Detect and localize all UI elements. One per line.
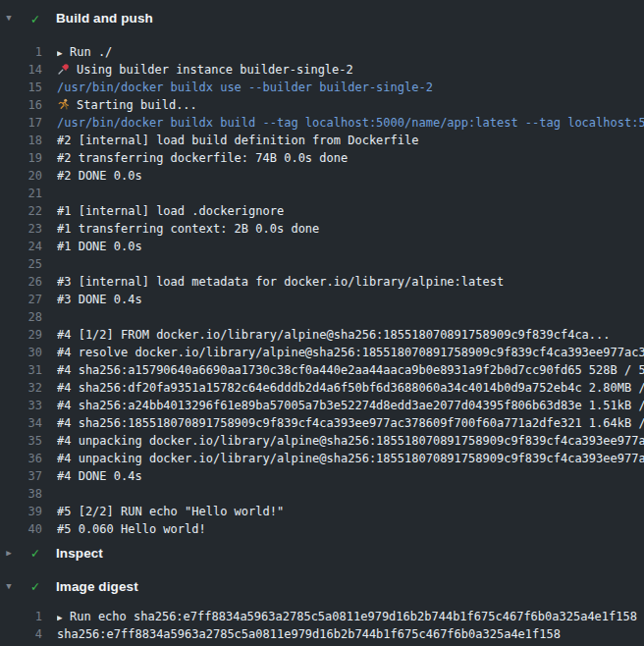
- log-line-text: #4 unpacking docker.io/library/alpine@sh…: [57, 450, 644, 467]
- section-header-inspect[interactable]: ▶ ✓ Inspect: [0, 538, 644, 567]
- log-line: 34#4 sha256:185518070891758909c9f839cf4c…: [0, 414, 644, 432]
- log-line-number[interactable]: 24: [0, 238, 42, 255]
- log-line-number[interactable]: 14: [0, 61, 42, 79]
- log-line-number[interactable]: 35: [0, 432, 42, 450]
- log-line-text: /usr/bin/docker buildx build --tag local…: [57, 114, 644, 132]
- log-line-text: #5 [2/2] RUN echo "Hello world!": [57, 503, 644, 520]
- section-title: Build and push: [56, 11, 153, 26]
- log-line-number[interactable]: 29: [0, 326, 42, 344]
- log-line: 1▶Run echo sha256:e7ff8834a5963a2785c5a0…: [0, 608, 644, 625]
- log-line-text: #4 sha256:a15790640a6690aa1730c38cf0a440…: [57, 361, 644, 379]
- workflow-log-viewer: ▼ ✓ Build and push 1▶Run ./14Using build…: [0, 0, 644, 646]
- log-line: 17/usr/bin/docker buildx build --tag loc…: [0, 114, 644, 132]
- log-section-image-digest: ▼ ✓ Image digest 1▶Run echo sha256:e7ff8…: [0, 567, 644, 643]
- log-line-text: #2 [internal] load build definition from…: [57, 132, 644, 149]
- log-line-number[interactable]: 34: [0, 414, 42, 432]
- log-line: 35#4 unpacking docker.io/library/alpine@…: [0, 432, 644, 450]
- log-line: 37#4 DONE 0.4s: [0, 467, 644, 485]
- log-line-number[interactable]: 33: [0, 397, 42, 414]
- log-line-text: #5 0.060 Hello world!: [57, 520, 644, 538]
- log-line-number[interactable]: 1: [0, 608, 42, 625]
- log-line-text: #4 sha256:185518070891758909c9f839cf4ca3…: [57, 414, 644, 432]
- section-header-build-and-push[interactable]: ▼ ✓ Build and push: [0, 0, 644, 36]
- runner-icon: [57, 98, 77, 111]
- log-line-number[interactable]: 1: [0, 43, 42, 61]
- group-expander-icon[interactable]: ▶: [57, 609, 70, 625]
- log-line-text: Using builder instance builder-single-2: [57, 61, 644, 79]
- section-header-image-digest[interactable]: ▼ ✓ Image digest: [0, 567, 644, 605]
- log-line-number[interactable]: 37: [0, 467, 42, 485]
- log-line-text: #3 DONE 0.4s: [57, 291, 644, 308]
- log-line-number[interactable]: 17: [0, 114, 42, 132]
- log-line-number[interactable]: 38: [0, 485, 42, 503]
- log-line-number[interactable]: 25: [0, 255, 42, 273]
- log-line-number[interactable]: 26: [0, 273, 42, 291]
- log-line-number[interactable]: 18: [0, 132, 42, 149]
- log-line-number[interactable]: 4: [0, 625, 42, 643]
- log-line-number[interactable]: 19: [0, 149, 42, 167]
- log-line-text: sha256:e7ff8834a5963a2785c5a0811e979d16b…: [57, 625, 644, 643]
- chevron-right-icon[interactable]: ▶: [2, 549, 16, 558]
- log-line: 39#5 [2/2] RUN echo "Hello world!": [0, 503, 644, 520]
- success-check-icon: ✓: [27, 546, 43, 560]
- log-line: 25: [0, 255, 644, 273]
- section-title: Image digest: [56, 579, 138, 594]
- log-line: 36#4 unpacking docker.io/library/alpine@…: [0, 450, 644, 467]
- log-line: 31#4 sha256:a15790640a6690aa1730c38cf0a4…: [0, 361, 644, 379]
- success-check-icon: ✓: [27, 12, 43, 26]
- log-line-text: #4 unpacking docker.io/library/alpine@sh…: [57, 432, 644, 450]
- log-line-number[interactable]: 16: [0, 96, 42, 114]
- log-line: 40#5 0.060 Hello world!: [0, 520, 644, 538]
- log-section-inspect: ▶ ✓ Inspect: [0, 538, 644, 567]
- log-line: 29#4 [1/2] FROM docker.io/library/alpine…: [0, 326, 644, 344]
- chevron-down-icon[interactable]: ▼: [2, 14, 16, 23]
- log-line: 18#2 [internal] load build definition fr…: [0, 132, 644, 149]
- log-group-command[interactable]: ▶Run echo sha256:e7ff8834a5963a2785c5a08…: [57, 608, 644, 625]
- log-line-text: #1 transferring context: 2B 0.0s done: [57, 220, 644, 238]
- log-line-text: [57, 308, 644, 326]
- log-line-number[interactable]: 20: [0, 167, 42, 185]
- log-line: 21: [0, 185, 644, 202]
- log-line-text: #4 sha256:a24bb4013296f61e89ba57005a7b3e…: [57, 397, 644, 414]
- section-title: Inspect: [56, 546, 103, 561]
- log-line: 32#4 sha256:df20fa9351a15782c64e6dddb2d4…: [0, 379, 644, 397]
- log-line-text: Starting build...: [57, 96, 644, 114]
- log-line: 14Using builder instance builder-single-…: [0, 61, 644, 79]
- log-line-number[interactable]: 27: [0, 291, 42, 308]
- log-line-text: #3 [internal] load metadata for docker.i…: [57, 273, 644, 291]
- log-line: 28: [0, 308, 644, 326]
- log-line-number[interactable]: 30: [0, 344, 42, 361]
- group-expander-icon[interactable]: ▶: [57, 44, 70, 61]
- log-line-number[interactable]: 15: [0, 79, 42, 96]
- log-line-number[interactable]: 39: [0, 503, 42, 520]
- log-line-number[interactable]: 40: [0, 520, 42, 538]
- log-line-number[interactable]: 22: [0, 202, 42, 220]
- log-line-text: #1 [internal] load .dockerignore: [57, 202, 644, 220]
- log-line: 15/usr/bin/docker buildx use --builder b…: [0, 79, 644, 96]
- log-line-number[interactable]: 28: [0, 308, 42, 326]
- log-line-number[interactable]: 23: [0, 220, 42, 238]
- log-line-text: #4 resolve docker.io/library/alpine@sha2…: [57, 344, 644, 361]
- log-line: 30#4 resolve docker.io/library/alpine@sh…: [0, 344, 644, 361]
- log-line-text: #2 DONE 0.0s: [57, 167, 644, 185]
- log-line: 16Starting build...: [0, 96, 644, 114]
- log-line: 38: [0, 485, 644, 503]
- log-line-text: [57, 185, 644, 202]
- log-line-number[interactable]: 32: [0, 379, 42, 397]
- chevron-down-icon[interactable]: ▼: [2, 582, 16, 591]
- log-line: 4sha256:e7ff8834a5963a2785c5a0811e979d16…: [0, 625, 644, 643]
- log-line: 19#2 transferring dockerfile: 74B 0.0s d…: [0, 149, 644, 167]
- log-group-command[interactable]: ▶Run ./: [57, 43, 644, 61]
- log-line-number[interactable]: 31: [0, 361, 42, 379]
- log-line: 1▶Run ./: [0, 43, 644, 61]
- log-line-text: [57, 255, 644, 273]
- log-line-text: #2 transferring dockerfile: 74B 0.0s don…: [57, 149, 644, 167]
- log-line-text: #4 [1/2] FROM docker.io/library/alpine@s…: [57, 326, 644, 344]
- log-line: 22#1 [internal] load .dockerignore: [0, 202, 644, 220]
- log-line: 27#3 DONE 0.4s: [0, 291, 644, 308]
- log-line-number[interactable]: 21: [0, 185, 42, 202]
- pushpin-icon: [57, 63, 77, 76]
- log-line-number[interactable]: 36: [0, 450, 42, 467]
- log-line: 26#3 [internal] load metadata for docker…: [0, 273, 644, 291]
- log-lines-image-digest: 1▶Run echo sha256:e7ff8834a5963a2785c5a0…: [0, 608, 644, 643]
